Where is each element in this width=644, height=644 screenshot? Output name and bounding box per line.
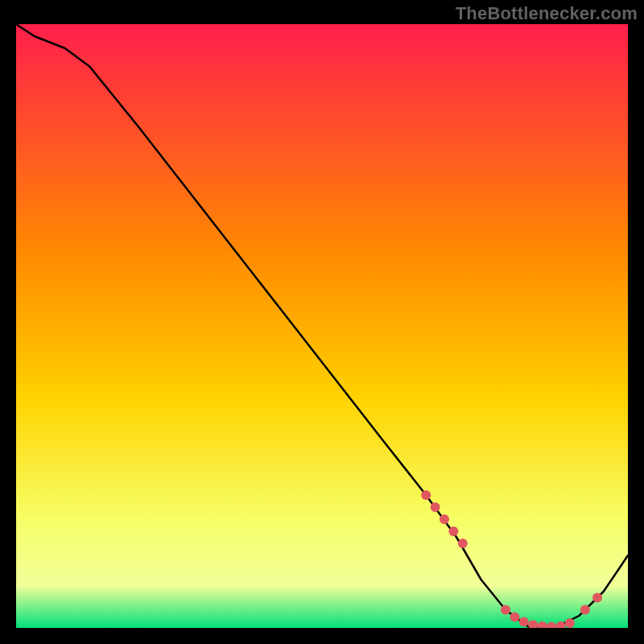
curve-marker [421, 490, 431, 500]
chart-frame: TheBottlenecker.com [0, 0, 644, 644]
curve-marker [510, 613, 519, 622]
curve-marker [565, 618, 575, 628]
curve-marker [501, 605, 510, 615]
curve-marker [440, 514, 449, 524]
gradient-background [16, 24, 628, 628]
curve-marker [519, 617, 529, 627]
chart-svg [16, 24, 628, 628]
curve-marker [458, 539, 468, 548]
bottleneck-chart [16, 24, 628, 628]
curve-marker [592, 593, 602, 603]
curve-marker [448, 526, 458, 536]
curve-marker [431, 502, 440, 512]
attribution-label: TheBottlenecker.com [456, 3, 638, 24]
curve-marker [580, 605, 590, 615]
